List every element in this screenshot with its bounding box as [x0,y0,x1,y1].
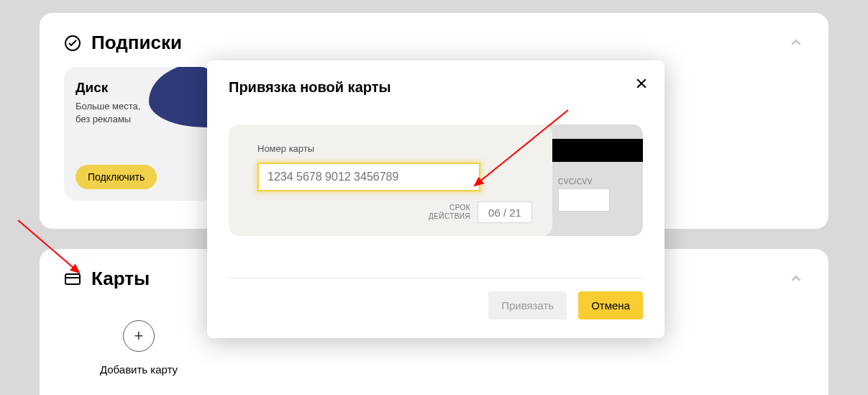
cards-title: Карты [91,268,150,290]
add-card-label: Добавить карту [64,363,214,376]
card-icon [64,271,81,288]
magnetic-stripe [542,139,643,162]
card-number-input[interactable] [257,163,480,191]
modal-divider [229,278,643,278]
expiry-label: СРОКДЕЙСТВИЯ [429,204,470,221]
chevron-up-icon[interactable] [788,35,804,50]
connect-button[interactable]: Подключить [76,165,157,189]
check-circle-icon [64,35,81,52]
cvc-label: CVC/CVV [558,178,643,186]
expiry-input[interactable] [478,201,532,223]
chevron-up-icon[interactable] [788,271,804,286]
card-number-label: Номер карты [257,143,532,154]
cancel-button[interactable]: Отмена [578,291,643,319]
subscriptions-title: Подписки [91,32,182,54]
cvc-input[interactable] [558,189,610,212]
bind-card-modal: Привязка новой карты Номер карты СРОКДЕЙ… [207,60,664,338]
bind-button[interactable]: Привязать [488,291,567,319]
plus-icon[interactable]: + [123,320,155,352]
modal-title: Привязка новой карты [229,79,643,96]
close-icon[interactable] [634,76,649,91]
disk-subscription-tile: Диск Больше места,без рекламы Подключить [64,67,214,201]
add-card-tile[interactable]: + Добавить карту [64,320,214,376]
card-front: Номер карты СРОКДЕЙСТВИЯ [229,124,552,236]
svg-rect-1 [65,274,80,284]
card-back: CVC/CVV [542,124,643,236]
